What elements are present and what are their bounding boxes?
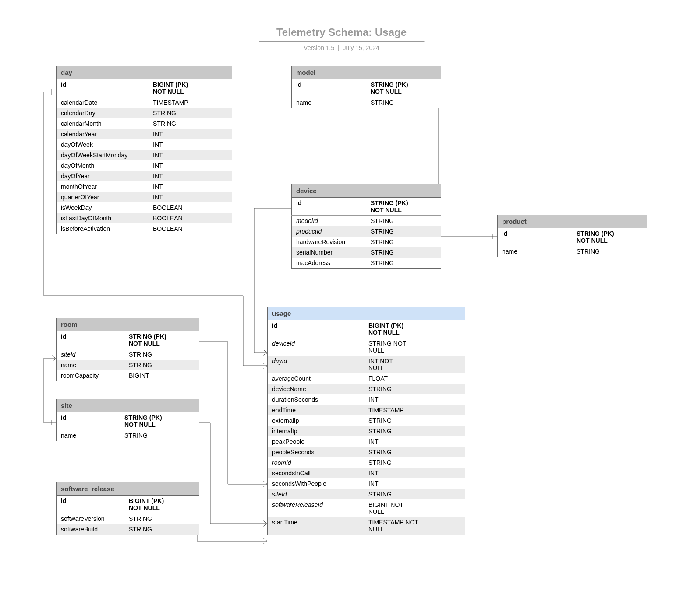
column-type: STRING [364, 489, 465, 499]
diagram-subtitle: Version 1.5 | July 15, 2024 [259, 44, 424, 51]
entity-row: softwareVersionSTRING [57, 513, 199, 524]
entity-header: room [57, 318, 199, 331]
entity-room: roomidSTRING (PK)NOT NULLsiteIdSTRINGnam… [56, 318, 199, 381]
column-type: STRING [366, 237, 441, 247]
entity-product: productidSTRING (PK)NOT NULLnameSTRING [497, 215, 647, 257]
entity-row: internalIpSTRING [268, 426, 465, 436]
column-type: STRING [124, 524, 199, 535]
entity-row: externalIpSTRING [268, 415, 465, 426]
entity-row: hardwareRevisionSTRING [292, 237, 441, 247]
entity-row: deviceIdSTRING NOTNULL [268, 338, 465, 356]
entity-row: calendarYearINT [57, 129, 232, 139]
column-type: INT [149, 129, 232, 139]
entity-row: serialNumberSTRING [292, 247, 441, 258]
column-type: STRING [149, 118, 232, 129]
column-type: STRING NOTNULL [364, 338, 465, 356]
column-name: productId [292, 226, 367, 237]
entity-header: software_release [57, 482, 199, 496]
entity-device: deviceidSTRING (PK)NOT NULLmodelIdSTRING… [291, 184, 441, 269]
entity-row: roomIdSTRING [268, 457, 465, 468]
entity-row: peakPeopleINT [268, 436, 465, 447]
column-name: macAddress [292, 258, 367, 269]
column-type: INT [149, 171, 232, 181]
column-name: roomId [268, 457, 365, 468]
entity-row: softwareBuildSTRING [57, 524, 199, 535]
entity-row: endTimeTIMESTAMP [268, 405, 465, 415]
column-name: averageCount [268, 373, 365, 384]
column-type: INT [149, 160, 232, 171]
column-type: INT [364, 478, 465, 489]
entity-row: macAddressSTRING [292, 258, 441, 269]
column-name: modelId [292, 216, 367, 227]
column-type: BIGINT NOTNULL [364, 499, 465, 517]
column-type: TIMESTAMP NOTNULL [364, 517, 465, 535]
entity-row: deviceNameSTRING [268, 384, 465, 394]
entity-row: nameSTRING [498, 246, 647, 257]
column-name: roomCapacity [57, 370, 125, 381]
column-type: TIMESTAMP [364, 405, 465, 415]
column-name: dayOfYear [57, 171, 149, 181]
entity-row: idSTRING (PK)NOT NULL [57, 331, 199, 349]
entity-row: isWeekDayBOOLEAN [57, 202, 232, 213]
column-type: STRING [124, 513, 199, 524]
column-name: externalIp [268, 415, 365, 426]
column-type: STRING (PK)NOT NULL [366, 79, 441, 97]
diagram-title: Telemetry Schema: Usage [259, 26, 424, 42]
column-name: secondsInCall [268, 468, 365, 478]
column-type: TIMESTAMP [149, 97, 232, 108]
column-name: endTime [268, 405, 365, 415]
column-type: STRING [366, 247, 441, 258]
entity-row: roomCapacityBIGINT [57, 370, 199, 381]
entity-row: calendarMonthSTRING [57, 118, 232, 129]
column-name: calendarMonth [57, 118, 149, 129]
entity-row: peopleSecondsSTRING [268, 447, 465, 457]
entity-row: startTimeTIMESTAMP NOTNULL [268, 517, 465, 535]
entity-header: device [292, 184, 441, 198]
entity-row: averageCountFLOAT [268, 373, 465, 384]
column-type: STRING [364, 457, 465, 468]
column-type: FLOAT [364, 373, 465, 384]
column-type: STRING (PK)NOT NULL [124, 331, 199, 349]
column-name: id [57, 496, 125, 513]
column-name: id [292, 198, 367, 216]
column-type: BIGINT [124, 370, 199, 381]
entity-header: usage [268, 307, 465, 320]
column-name: dayOfMonth [57, 160, 149, 171]
column-name: isWeekDay [57, 202, 149, 213]
column-type: BIGINT (PK)NOT NULL [364, 320, 465, 338]
column-name: id [57, 79, 149, 97]
entity-row: idSTRING (PK)NOT NULL [498, 228, 647, 246]
column-name: internalIp [268, 426, 365, 436]
column-type: STRING [366, 226, 441, 237]
column-type: INT NOTNULL [364, 356, 465, 373]
column-type: INT [149, 181, 232, 192]
column-type: INT [364, 436, 465, 447]
entity-model: modelidSTRING (PK)NOT NULLnameSTRING [291, 66, 441, 108]
entity-row: nameSTRING [57, 430, 199, 441]
entity-row: dayOfMonthINT [57, 160, 232, 171]
column-name: dayId [268, 356, 365, 373]
entity-row: calendarDateTIMESTAMP [57, 97, 232, 108]
column-name: softwareReleaseId [268, 499, 365, 517]
column-type: STRING [572, 246, 647, 257]
entity-row: dayIdINT NOTNULL [268, 356, 465, 373]
column-name: name [57, 430, 120, 441]
column-name: isBeforeActivation [57, 223, 149, 234]
column-type: STRING [364, 384, 465, 394]
column-name: peakPeople [268, 436, 365, 447]
entity-row: siteIdSTRING [57, 349, 199, 360]
entity-row: dayOfWeekINT [57, 139, 232, 150]
column-name: isLastDayOfMonth [57, 213, 149, 223]
entity-row: calendarDaySTRING [57, 108, 232, 118]
column-name: siteId [57, 349, 125, 360]
column-name: startTime [268, 517, 365, 535]
column-name: hardwareRevision [292, 237, 367, 247]
column-name: deviceName [268, 384, 365, 394]
entity-header: product [498, 215, 647, 228]
entity-row: idBIGINT (PK)NOT NULL [268, 320, 465, 338]
entity-row: productIdSTRING [292, 226, 441, 237]
column-type: STRING [124, 360, 199, 370]
column-name: name [57, 360, 125, 370]
entity-row: softwareReleaseIdBIGINT NOTNULL [268, 499, 465, 517]
column-type: STRING [149, 108, 232, 118]
